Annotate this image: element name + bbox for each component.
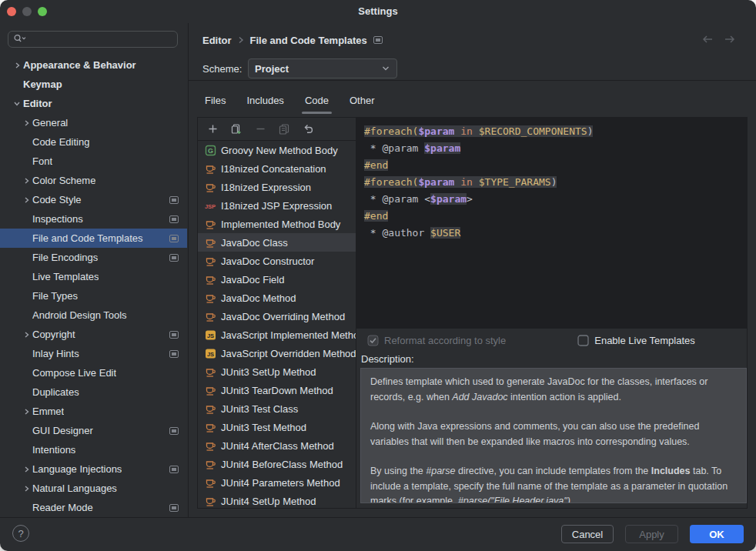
- template-item-label: JUnit3 Test Class: [221, 403, 298, 415]
- copy-template-button[interactable]: [229, 122, 243, 136]
- code-line: * @param $param: [364, 140, 747, 157]
- java-icon: [204, 366, 216, 378]
- scheme-dropdown[interactable]: Project: [248, 58, 397, 78]
- sidebar-item-general[interactable]: General: [0, 113, 187, 132]
- sidebar-item-intentions[interactable]: Intentions: [0, 440, 187, 459]
- description-text: Defines template which used to generate …: [360, 368, 747, 503]
- scheme-label: Scheme:: [202, 63, 242, 75]
- sidebar-item-label: Keymap: [23, 78, 62, 90]
- sidebar-item-label: Natural Languages: [32, 483, 117, 494]
- template-item-junit3-test-method[interactable]: JUnit3 Test Method: [198, 418, 356, 436]
- template-item-junit3-teardown-method[interactable]: JUnit3 TearDown Method: [198, 381, 356, 399]
- template-item-label: I18nized JSP Expression: [221, 200, 332, 212]
- chevron-right-icon[interactable]: [20, 466, 32, 473]
- template-item-javadoc-field[interactable]: JavaDoc Field: [198, 270, 356, 289]
- template-item-i18nized-concatenation[interactable]: I18nized Concatenation: [198, 159, 356, 178]
- template-item-i18nized-jsp-expression[interactable]: JSPI18nized JSP Expression: [198, 196, 356, 215]
- sidebar-item-reader-mode[interactable]: Reader Mode: [0, 498, 187, 517]
- template-item-javadoc-class[interactable]: JavaDoc Class: [198, 233, 356, 252]
- template-item-junit4-beforeclass-method[interactable]: JUnit4 BeforeClass Method: [198, 455, 356, 473]
- template-item-javascript-overridden-method[interactable]: JSJavaScript Overridden Method: [198, 344, 356, 362]
- sidebar-item-code-editing[interactable]: Code Editing: [0, 132, 187, 152]
- template-item-javadoc-overriding-method[interactable]: JavaDoc Overriding Method: [198, 307, 356, 326]
- apply-button: Apply: [625, 525, 678, 543]
- reformat-checkbox: Reformat according to style: [367, 335, 506, 346]
- template-item-javadoc-constructor[interactable]: JavaDoc Constructor: [198, 252, 356, 270]
- sidebar-item-label: Compose Live Edit: [32, 367, 116, 379]
- chevron-right-icon[interactable]: [20, 408, 32, 416]
- description-paragraph: By using the #parse directive, you can i…: [370, 464, 737, 503]
- breadcrumb: Editor File and Code Templates: [202, 33, 383, 47]
- sidebar-item-label: Font: [32, 155, 52, 167]
- settings-window: Settings Appearance & BehaviorKeymapEdit…: [0, 0, 756, 551]
- template-item-junit3-setup-method[interactable]: JUnit3 SetUp Method: [198, 362, 356, 381]
- template-tabs: FilesIncludesCodeOther: [205, 89, 374, 115]
- template-item-junit3-test-class[interactable]: JUnit3 Test Class: [198, 399, 356, 418]
- sidebar-item-file-types[interactable]: File Types: [0, 286, 187, 306]
- sidebar-item-keymap[interactable]: Keymap: [0, 75, 187, 94]
- template-item-label: I18nized Concatenation: [221, 163, 326, 175]
- sidebar-item-file-encodings[interactable]: File Encodings: [0, 248, 187, 267]
- help-button[interactable]: ?: [12, 525, 29, 542]
- tab-code[interactable]: Code: [305, 89, 329, 115]
- project-settings-icon: [169, 215, 179, 223]
- chevron-right-icon[interactable]: [20, 196, 32, 204]
- sidebar-item-copyright[interactable]: Copyright: [0, 325, 187, 344]
- breadcrumb-item-file-and-code-templates: File and Code Templates: [250, 35, 367, 46]
- sidebar-item-appearance-behavior[interactable]: Appearance & Behavior: [0, 55, 187, 75]
- java-icon: [204, 439, 216, 452]
- breadcrumb-item-editor[interactable]: Editor: [202, 35, 232, 46]
- sidebar-item-label: Language Injections: [32, 463, 122, 475]
- sidebar-item-emmet[interactable]: Emmet: [0, 402, 187, 421]
- sidebar-item-label: Color Scheme: [32, 175, 95, 186]
- template-item-javadoc-method[interactable]: JavaDoc Method: [198, 289, 356, 307]
- dialog-footer: ? Cancel Apply OK: [0, 517, 756, 551]
- tab-other[interactable]: Other: [350, 89, 375, 115]
- sidebar-item-inlay-hints[interactable]: Inlay Hints: [0, 344, 187, 363]
- chevron-right-icon[interactable]: [20, 177, 32, 185]
- java-icon: [204, 218, 216, 230]
- chevron-right-icon[interactable]: [20, 485, 32, 493]
- search-input[interactable]: [8, 31, 178, 48]
- template-code-editor[interactable]: #foreach($param in $RECORD_COMPONENTS) *…: [356, 118, 747, 329]
- sidebar-item-file-and-code-templates[interactable]: File and Code Templates: [0, 229, 187, 248]
- add-button[interactable]: [206, 122, 219, 136]
- template-list: GGroovy New Method BodyI18nized Concaten…: [198, 141, 356, 508]
- sidebar-item-gui-designer[interactable]: GUI Designer: [0, 421, 187, 440]
- sidebar-item-android-design-tools[interactable]: Android Design Tools: [0, 306, 187, 325]
- sidebar-item-editor[interactable]: Editor: [0, 94, 187, 113]
- template-item-junit4-parameters-method[interactable]: JUnit4 Parameters Method: [198, 473, 356, 492]
- chevron-right-icon[interactable]: [20, 119, 32, 127]
- template-item-junit4-afterclass-method[interactable]: JUnit4 AfterClass Method: [198, 436, 356, 455]
- chevron-right-icon[interactable]: [11, 62, 23, 69]
- template-item-i18nized-expression[interactable]: I18nized Expression: [198, 178, 356, 196]
- ok-button[interactable]: OK: [690, 525, 744, 543]
- template-item-label: JUnit4 SetUp Method: [221, 496, 316, 507]
- sidebar-item-code-style[interactable]: Code Style: [0, 190, 187, 209]
- jsp-icon: JSP: [204, 199, 216, 212]
- reset-button[interactable]: [301, 122, 315, 136]
- template-item-implemented-method-body[interactable]: Implemented Method Body: [198, 215, 356, 233]
- chevron-right-icon[interactable]: [20, 331, 32, 339]
- project-settings-icon: [169, 466, 179, 473]
- sidebar-item-compose-live-edit[interactable]: Compose Live Edit: [0, 363, 187, 382]
- sidebar-item-language-injections[interactable]: Language Injections: [0, 459, 187, 479]
- enable-live-templates-checkbox[interactable]: Enable Live Templates: [577, 335, 695, 346]
- chevron-down-icon[interactable]: [11, 100, 23, 107]
- template-editor-column: #foreach($param in $RECORD_COMPONENTS) *…: [356, 118, 747, 508]
- cancel-button[interactable]: Cancel: [561, 525, 614, 543]
- sidebar-item-font[interactable]: Font: [0, 152, 187, 171]
- sidebar-item-natural-languages[interactable]: Natural Languages: [0, 479, 187, 498]
- sidebar-item-color-scheme[interactable]: Color Scheme: [0, 171, 187, 190]
- template-item-junit4-setup-method[interactable]: JUnit4 SetUp Method: [198, 492, 356, 508]
- tab-includes[interactable]: Includes: [246, 89, 283, 115]
- template-item-javascript-implemented-method[interactable]: JSJavaScript Implemented Method: [198, 326, 356, 344]
- tab-files[interactable]: Files: [205, 89, 226, 115]
- sidebar-item-inspections[interactable]: Inspections: [0, 209, 187, 229]
- groovy-icon: G: [204, 144, 216, 156]
- template-item-groovy-new-method-body[interactable]: GGroovy New Method Body: [198, 141, 356, 159]
- sidebar-item-label: Code Editing: [32, 136, 89, 148]
- sidebar-item-duplicates[interactable]: Duplicates: [0, 382, 187, 402]
- sidebar-item-live-templates[interactable]: Live Templates: [0, 267, 187, 286]
- arrow-right-icon: [723, 35, 736, 46]
